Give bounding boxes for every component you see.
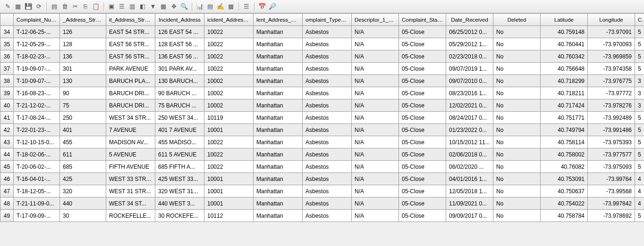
new-icon[interactable]: ▦ xyxy=(13,2,23,11)
cell[interactable]: 90 BARUCH ... xyxy=(155,87,204,99)
cell[interactable]: 10022 xyxy=(204,26,254,38)
row-number[interactable]: 40 xyxy=(0,99,14,112)
cell[interactable]: No xyxy=(493,75,541,87)
cell[interactable]: N/A xyxy=(352,185,399,197)
cell[interactable]: 320 WEST 31... xyxy=(155,185,204,197)
cell[interactable]: No xyxy=(493,26,541,38)
column-header[interactable]: Complaint_Number xyxy=(14,14,60,26)
cell[interactable]: 30 ROCKEFE... xyxy=(155,210,204,222)
note-icon[interactable]: ✍ xyxy=(216,2,225,11)
cell[interactable]: 128 xyxy=(60,38,106,50)
row-number[interactable]: 47 xyxy=(0,185,14,197)
cell[interactable]: 11/09/2021 0... xyxy=(446,197,493,210)
cell[interactable]: 136 EAST 56 ... xyxy=(155,50,204,63)
cell[interactable]: 06/02/2020 ... xyxy=(446,161,493,173)
cell[interactable]: -73.978692 xyxy=(588,210,635,222)
cell[interactable]: 30 xyxy=(60,210,106,222)
cell[interactable]: 08/24/2017 0... xyxy=(446,112,493,124)
filter-icon[interactable]: ▼ xyxy=(148,2,158,11)
column-header[interactable]: icident_Address_Z xyxy=(204,14,254,26)
cell[interactable]: 05-Close xyxy=(399,148,446,161)
cell[interactable]: Manhattan xyxy=(254,99,303,112)
cell[interactable]: N/A xyxy=(352,26,399,38)
cell[interactable]: N/A xyxy=(352,112,399,124)
table-row[interactable]: 40T-21-12-02-...75BARUCH DRI...75 BARUCH… xyxy=(0,99,644,112)
cell[interactable]: 40.758114 xyxy=(541,136,588,148)
cell[interactable]: -73.975093 xyxy=(588,161,635,173)
search-icon[interactable]: 🔍 xyxy=(179,2,189,11)
cell[interactable]: T-22-01-23-... xyxy=(14,124,60,136)
move-icon[interactable]: ✥ xyxy=(169,2,178,11)
select-cols-icon[interactable]: ▥ xyxy=(127,2,137,11)
cell[interactable]: 05-Close xyxy=(399,173,446,185)
cell[interactable]: -73.974358 xyxy=(588,63,635,75)
cut-icon[interactable]: ✂ xyxy=(70,2,80,11)
cell[interactable]: 5 xyxy=(635,63,644,75)
table-row[interactable]: 46T-16-04-01-...425WEST 33 STR...425 WES… xyxy=(0,173,644,185)
cell[interactable]: 10022 xyxy=(204,136,254,148)
table-row[interactable]: 35T-12-05-29-...128EAST 56 STR...128 EAS… xyxy=(0,38,644,50)
date-icon[interactable]: 📅 xyxy=(257,2,267,11)
cell[interactable]: 3 xyxy=(635,75,644,87)
cell[interactable]: Asbestos xyxy=(303,161,352,173)
cell[interactable]: No xyxy=(493,124,541,136)
cell[interactable]: 12/02/2021 0... xyxy=(446,99,493,112)
cell[interactable]: No xyxy=(493,161,541,173)
cell[interactable]: No xyxy=(493,99,541,112)
column-header[interactable]: Complaint_Status xyxy=(399,14,446,26)
select-rows-icon[interactable]: ☰ xyxy=(117,2,127,11)
column-header[interactable]: Longitude xyxy=(588,14,635,26)
cell[interactable]: Manhattan xyxy=(254,210,303,222)
cell[interactable]: T-18-02-23-... xyxy=(14,50,60,63)
cell[interactable]: T-12-05-29-... xyxy=(14,38,60,50)
row-number[interactable]: 48 xyxy=(0,197,14,210)
cell[interactable]: 128 EAST 56 ... xyxy=(155,38,204,50)
cell[interactable]: 08/23/2016 1... xyxy=(446,87,493,99)
cell[interactable]: 10002 xyxy=(204,75,254,87)
column-header[interactable]: Date_Received xyxy=(446,14,493,26)
cell[interactable]: 10119 xyxy=(204,112,254,124)
cell[interactable]: EAST 54 STR... xyxy=(106,26,155,38)
cell[interactable]: 611 5 AVENUE xyxy=(155,148,204,161)
cell[interactable]: 4 xyxy=(635,173,644,185)
cell[interactable]: Manhattan xyxy=(254,136,303,148)
cell[interactable]: No xyxy=(493,63,541,75)
cell[interactable]: 40.750637 xyxy=(541,185,588,197)
cell[interactable]: No xyxy=(493,185,541,197)
cell[interactable]: No xyxy=(493,50,541,63)
row-number[interactable]: 42 xyxy=(0,124,14,136)
stats-icon[interactable]: ▤ xyxy=(205,2,215,11)
column-header[interactable]: it_Address_Street xyxy=(106,14,155,26)
cell[interactable]: 5 xyxy=(635,161,644,173)
cell[interactable]: N/A xyxy=(352,173,399,185)
cell[interactable]: 40.759148 xyxy=(541,26,588,38)
cell[interactable]: -73.991486 xyxy=(588,124,635,136)
cell[interactable]: Asbestos xyxy=(303,124,352,136)
cell[interactable]: Asbestos xyxy=(303,210,352,222)
cell[interactable]: N/A xyxy=(352,99,399,112)
cell[interactable]: Manhattan xyxy=(254,63,303,75)
cell[interactable]: Asbestos xyxy=(303,148,352,161)
cell[interactable]: Asbestos xyxy=(303,50,352,63)
edit-icon[interactable]: ✎ xyxy=(3,2,12,11)
cell[interactable]: 440 WEST 3... xyxy=(155,197,204,210)
data-grid[interactable]: Complaint_Number_Address_Street_it_Addre… xyxy=(0,13,644,222)
grid-icon[interactable]: ▦ xyxy=(226,2,236,11)
cell[interactable]: 5 AVENUE xyxy=(106,148,155,161)
cell[interactable]: T-16-08-23-... xyxy=(14,87,60,99)
cell[interactable]: 455 xyxy=(60,136,106,148)
cell[interactable]: 4 xyxy=(635,185,644,197)
cell[interactable]: 301 xyxy=(60,63,106,75)
cell[interactable]: N/A xyxy=(352,87,399,99)
cell[interactable]: -73.969859 xyxy=(588,50,635,63)
cell[interactable]: 40.758784 xyxy=(541,210,588,222)
cell[interactable]: Manhattan xyxy=(254,124,303,136)
columns-icon[interactable]: ▦ xyxy=(159,2,168,11)
cell[interactable]: 10022 xyxy=(204,63,254,75)
cell[interactable]: N/A xyxy=(352,38,399,50)
row-number[interactable]: 36 xyxy=(0,50,14,63)
cell[interactable]: 40.760342 xyxy=(541,50,588,63)
cell[interactable]: 75 BARUCH ... xyxy=(155,99,204,112)
cell[interactable]: 40.717424 xyxy=(541,99,588,112)
cell[interactable]: Manhattan xyxy=(254,26,303,38)
